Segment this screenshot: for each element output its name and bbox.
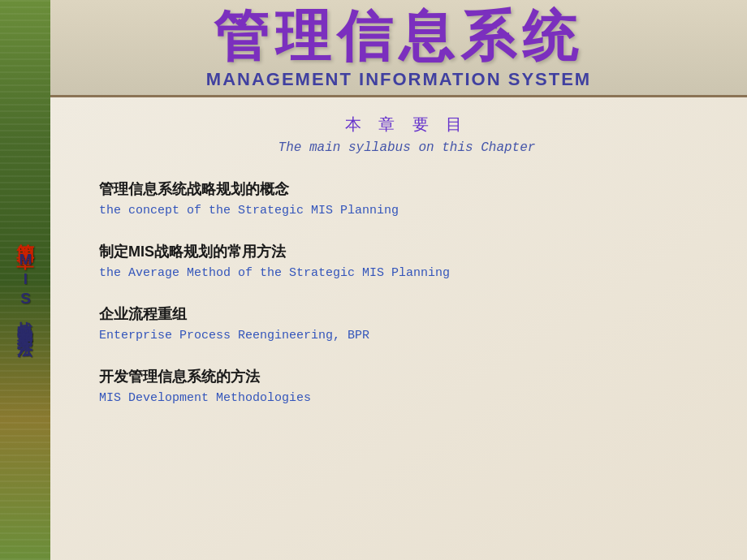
topic-4-en: MIS Development Methodologies — [99, 391, 715, 405]
sidebar-chapter-title: MIS战略规划和开发方法 — [15, 251, 36, 331]
title-english: MANAGEMENT INFORMATION SYSTEM — [67, 69, 731, 90]
main-container: 第四章 MIS战略规划和开发方法 管理信息系统 MANAGEMENT INFOR… — [0, 0, 747, 560]
topic-item-4: 开发管理信息系统的方法 MIS Development Methodologie… — [99, 367, 715, 405]
sidebar: 第四章 MIS战略规划和开发方法 — [0, 0, 50, 560]
topic-2-en: the Average Method of the Strategic MIS … — [99, 266, 715, 280]
topic-2-cn: 制定MIS战略规划的常用方法 — [99, 242, 715, 261]
chapter-header: 本 章 要 目 The main syllabus on this Chapte… — [99, 114, 715, 155]
chapter-title-cn: 本 章 要 目 — [99, 114, 715, 136]
chapter-title-en: The main syllabus on this Chapter — [99, 140, 715, 155]
sidebar-content: 第四章 MIS战略规划和开发方法 — [13, 230, 37, 331]
topic-1-cn: 管理信息系统战略规划的概念 — [99, 179, 715, 199]
title-chinese: 管理信息系统 — [67, 6, 731, 67]
topic-item-3: 企业流程重组 Enterprise Process Reengineering,… — [99, 304, 715, 342]
header: 管理信息系统 MANAGEMENT INFORMATION SYSTEM — [50, 0, 747, 97]
sidebar-chapter-label: 第四章 — [13, 230, 37, 239]
topic-1-en: the concept of the Strategic MIS Plannin… — [99, 204, 715, 218]
topic-item-1: 管理信息系统战略规划的概念 the concept of the Strateg… — [99, 179, 715, 218]
topic-item-2: 制定MIS战略规划的常用方法 the Average Method of the… — [99, 242, 715, 280]
topic-3-en: Enterprise Process Reengineering, BPR — [99, 329, 715, 342]
main-content: 本 章 要 目 The main syllabus on this Chapte… — [50, 97, 747, 560]
topic-4-cn: 开发管理信息系统的方法 — [99, 367, 715, 386]
topic-3-cn: 企业流程重组 — [99, 304, 715, 324]
content-area: 管理信息系统 MANAGEMENT INFORMATION SYSTEM 本 章… — [50, 0, 747, 560]
